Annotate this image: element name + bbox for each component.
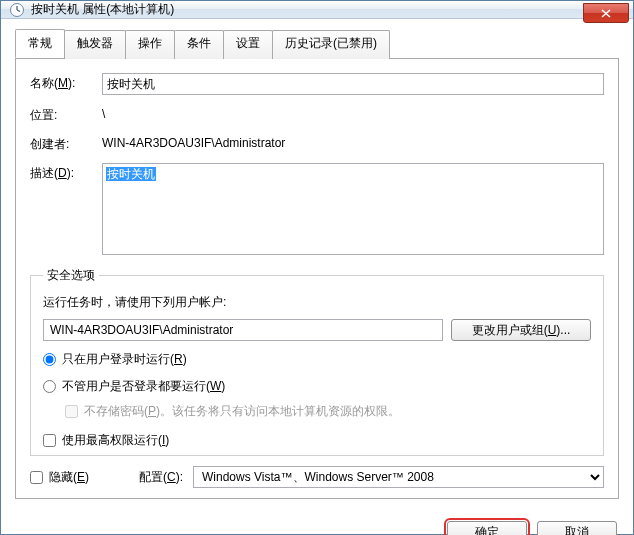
description-textarea[interactable]: 按时关机 — [102, 163, 604, 255]
tab-settings[interactable]: 设置 — [223, 30, 273, 59]
bottom-row: 隐藏(E) 配置(C): Windows Vista™、Windows Serv… — [30, 466, 604, 488]
hidden-label: 隐藏(E) — [49, 469, 89, 486]
clock-icon — [9, 2, 25, 18]
run-only-logged-on-label: 只在用户登录时运行(R) — [62, 351, 187, 368]
tab-conditions[interactable]: 条件 — [174, 30, 224, 59]
highest-privileges-label: 使用最高权限运行(I) — [62, 432, 169, 449]
no-store-password-label: 不存储密码(P)。该任务将只有访问本地计算机资源的权限。 — [84, 403, 400, 420]
run-logged-on-row: 只在用户登录时运行(R) — [43, 351, 591, 368]
tab-general[interactable]: 常规 — [15, 29, 65, 58]
change-user-button[interactable]: 更改用户或组(U)... — [451, 319, 591, 341]
tab-triggers[interactable]: 触发器 — [64, 30, 126, 59]
creator-label: 创建者: — [30, 134, 102, 153]
creator-row: 创建者: WIN-4AR3DOAU3IF\Administrator — [30, 134, 604, 153]
hidden-row: 隐藏(E) — [30, 469, 89, 486]
security-options-group: 安全选项 运行任务时，请使用下列用户帐户: 更改用户或组(U)... 只在用户登… — [30, 267, 604, 456]
window-title: 按时关机 属性(本地计算机) — [31, 1, 174, 18]
run-whether-logged-radio[interactable] — [43, 380, 56, 393]
configure-select[interactable]: Windows Vista™、Windows Server™ 2008 — [193, 466, 604, 488]
account-input[interactable] — [43, 319, 443, 341]
dialog-footer: 确定 取消 — [1, 509, 633, 535]
description-label: 描述(D): — [30, 163, 102, 255]
location-value: \ — [102, 105, 604, 121]
location-label: 位置: — [30, 105, 102, 124]
close-icon — [601, 9, 611, 18]
tab-actions[interactable]: 操作 — [125, 30, 175, 59]
tab-panel-general: 名称(M): 位置: \ 创建者: WIN-4AR3DOAU3IF\Admini… — [15, 59, 619, 499]
highest-privileges-checkbox[interactable] — [43, 434, 56, 447]
creator-value: WIN-4AR3DOAU3IF\Administrator — [102, 134, 604, 150]
tab-strip: 常规 触发器 操作 条件 设置 历史记录(已禁用) — [15, 29, 619, 59]
security-legend: 安全选项 — [43, 267, 99, 284]
run-whether-logged-label: 不管用户是否登录都要运行(W) — [62, 378, 225, 395]
run-as-text: 运行任务时，请使用下列用户帐户: — [43, 294, 591, 311]
tab-history[interactable]: 历史记录(已禁用) — [272, 30, 390, 59]
hidden-checkbox[interactable] — [30, 471, 43, 484]
no-store-pwd-row: 不存储密码(P)。该任务将只有访问本地计算机资源的权限。 — [65, 403, 591, 420]
name-input[interactable] — [102, 73, 604, 95]
name-label: 名称(M): — [30, 73, 102, 92]
close-button[interactable] — [583, 3, 629, 23]
run-only-logged-on-radio[interactable] — [43, 353, 56, 366]
description-row: 描述(D): 按时关机 — [30, 163, 604, 255]
run-whether-logged-row: 不管用户是否登录都要运行(W) — [43, 378, 591, 395]
task-properties-dialog: 按时关机 属性(本地计算机) 常规 触发器 操作 条件 设置 历史记录(已禁用)… — [0, 0, 634, 535]
ok-button[interactable]: 确定 — [447, 521, 527, 535]
location-row: 位置: \ — [30, 105, 604, 124]
dialog-body: 常规 触发器 操作 条件 设置 历史记录(已禁用) 名称(M): 位置: \ 创… — [1, 19, 633, 509]
cancel-button[interactable]: 取消 — [537, 521, 617, 535]
highest-priv-row: 使用最高权限运行(I) — [43, 432, 591, 449]
account-row: 更改用户或组(U)... — [43, 319, 591, 341]
configure-label: 配置(C): — [139, 469, 183, 486]
name-row: 名称(M): — [30, 73, 604, 95]
no-store-password-checkbox — [65, 405, 78, 418]
titlebar: 按时关机 属性(本地计算机) — [1, 1, 633, 19]
